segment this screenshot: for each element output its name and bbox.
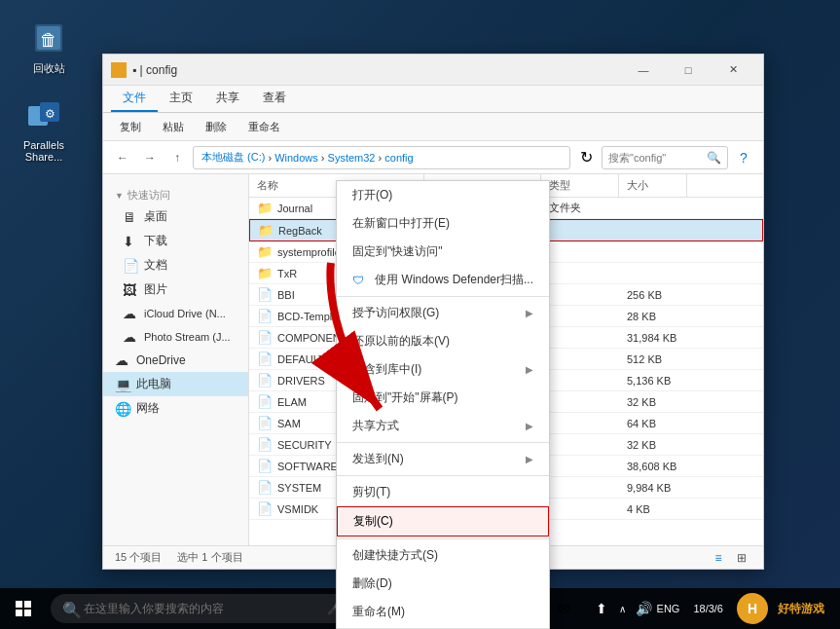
ribbon-tab-home[interactable]: 主页: [158, 86, 204, 112]
svg-rect-11: [24, 610, 31, 616]
title-bar-controls: — □ ✕: [621, 55, 755, 86]
file-size-systemprofile: [619, 249, 687, 255]
folder-icon-systemprofile: 📁: [257, 244, 273, 259]
start-button[interactable]: [0, 588, 47, 629]
ribbon-rename-btn[interactable]: 重命名: [239, 117, 289, 137]
ctx-cut[interactable]: 剪切(T): [337, 478, 549, 506]
sidebar-item-photostream[interactable]: ☁ Photo Stream (J...: [103, 325, 248, 349]
nav-back-button[interactable]: ←: [111, 146, 134, 169]
file-label-journal: Journal: [277, 203, 312, 214]
ctx-pin-quick[interactable]: 固定到"快速访问": [337, 238, 549, 266]
tray-volume-icon[interactable]: 🔊: [636, 600, 653, 617]
ribbon-paste-btn[interactable]: 粘贴: [154, 117, 193, 137]
ctx-restore[interactable]: 还原以前的版本(V): [337, 327, 549, 355]
tray-icons: ⬆ ∧ 🔊 ENG: [593, 600, 680, 617]
maximize-button[interactable]: □: [666, 55, 711, 86]
network-icon: 🌐: [115, 401, 130, 417]
title-bar-text: ▪ | config: [132, 63, 621, 77]
path-windows[interactable]: Windows: [274, 152, 318, 164]
ribbon-tab-view[interactable]: 查看: [251, 86, 298, 112]
file-type-vsmidk: [541, 506, 619, 512]
sidebar-item-desktop[interactable]: 🖥 桌面: [103, 204, 248, 229]
minimize-button[interactable]: —: [621, 55, 666, 86]
tray-network-icon[interactable]: ⬆: [593, 600, 610, 617]
help-button[interactable]: ?: [732, 146, 755, 169]
sidebar-item-pictures[interactable]: 🖼 图片: [103, 278, 248, 302]
ctx-open-new-window[interactable]: 在新窗口中打开(E): [337, 209, 549, 238]
ctx-copy-label: 复制(C): [353, 513, 393, 530]
close-button[interactable]: ✕: [711, 55, 755, 86]
quick-access-label: 快速访问: [128, 188, 170, 203]
ribbon-tab-file[interactable]: 文件: [111, 86, 158, 112]
nav-up-button[interactable]: ↑: [165, 146, 189, 169]
sidebar-network-label: 网络: [136, 400, 160, 417]
taskbar-search[interactable]: 🔍 🎤: [51, 594, 353, 623]
file-label-software: SOFTWARE: [277, 461, 338, 472]
ribbon-delete-btn[interactable]: 删除: [197, 117, 236, 137]
tray-clock[interactable]: 18/3/6: [685, 603, 731, 614]
sidebar-item-documents[interactable]: 📄 文档: [103, 253, 248, 278]
sidebar-documents-label: 文档: [144, 257, 167, 274]
tray-expand-icon[interactable]: ∧: [614, 600, 632, 617]
ribbon-tab-share[interactable]: 共享: [204, 86, 251, 112]
desktop-icon-small: 🖥: [123, 209, 138, 225]
file-label-elam: ELAM: [277, 396, 307, 408]
col-size-header[interactable]: 大小: [619, 174, 687, 197]
file-icon-drivers: 📄: [257, 373, 273, 388]
status-selected: 选中 1 个项目: [177, 550, 242, 565]
ctx-send-to[interactable]: 发送到(N) ▶: [337, 445, 549, 473]
quick-access-arrow: ▼: [115, 191, 124, 201]
ctx-create-shortcut[interactable]: 创建快捷方式(S): [337, 541, 549, 570]
file-icon-elam: 📄: [257, 394, 273, 409]
file-icon-security: 📄: [257, 437, 273, 452]
path-c-drive[interactable]: 本地磁盘 (C:): [201, 150, 265, 165]
nav-forward-button[interactable]: →: [138, 146, 162, 169]
ctx-share[interactable]: 共享方式 ▶: [337, 412, 549, 440]
file-type-default: [541, 356, 619, 362]
file-label-security: SECURITY: [277, 439, 332, 451]
documents-icon: 📄: [123, 258, 138, 274]
brand-name: 好特游戏: [778, 601, 824, 617]
folder-icon-regback: 📁: [258, 223, 274, 238]
sidebar-item-icloud[interactable]: ☁ iCloud Drive (N...: [103, 302, 248, 325]
ribbon-copy-btn[interactable]: 复制: [111, 117, 150, 137]
sidebar-item-network[interactable]: 🌐 网络: [103, 396, 248, 421]
ctx-sep1: [337, 296, 549, 297]
recycle-bin-icon[interactable]: 🗑 回收站: [15, 15, 83, 80]
ctx-copy[interactable]: 复制(C): [337, 506, 549, 536]
ctx-delete[interactable]: 删除(D): [337, 570, 549, 598]
col-type-header[interactable]: 类型: [541, 174, 619, 197]
taskbar-search-input[interactable]: [84, 602, 327, 615]
ctx-include[interactable]: 包含到库中(I) ▶: [337, 355, 549, 384]
ctx-open-new-window-label: 在新窗口中打开(E): [352, 215, 450, 232]
file-label-systemprofile: systemprofile: [277, 246, 341, 258]
svg-rect-8: [16, 601, 22, 608]
search-box[interactable]: 🔍: [602, 146, 728, 169]
parallels-share-icon[interactable]: ⚙ Parallels Share...: [10, 92, 78, 166]
ctx-rename-label: 重命名(M): [352, 604, 405, 620]
context-menu: 打开(O) 在新窗口中打开(E) 固定到"快速访问" 🛡 使用 Windows …: [336, 180, 550, 629]
taskbar-search-icon: 🔍: [62, 601, 78, 616]
sidebar-thispc-label: 此电脑: [136, 376, 171, 392]
sidebar-item-thispc[interactable]: 💻 此电脑: [103, 372, 248, 396]
file-size-txr: [619, 271, 687, 277]
view-details-button[interactable]: ≡: [709, 548, 728, 568]
path-config[interactable]: config: [384, 152, 413, 164]
ctx-open[interactable]: 打开(O): [337, 181, 549, 209]
sidebar-item-onedrive[interactable]: ☁ OneDrive: [103, 349, 248, 372]
ctx-defender[interactable]: 🛡 使用 Windows Defender扫描...: [337, 266, 549, 294]
view-tiles-button[interactable]: ⊞: [732, 548, 751, 568]
sidebar-item-downloads[interactable]: ⬇ 下载: [103, 229, 248, 253]
refresh-button[interactable]: ↻: [574, 146, 598, 169]
ctx-pin-start[interactable]: 固定到"开始"屏幕(P): [337, 384, 549, 412]
path-system32[interactable]: System32: [328, 152, 376, 164]
address-path[interactable]: 本地磁盘 (C:) › Windows › System32 › config: [193, 146, 570, 169]
ctx-grant[interactable]: 授予访问权限(G) ▶: [337, 299, 549, 327]
ctx-pin-quick-label: 固定到"快速访问": [352, 243, 443, 260]
file-type-systemprofile: [541, 249, 619, 255]
file-type-txr: [541, 271, 619, 277]
title-bar: ▪ | config — □ ✕: [103, 55, 763, 86]
search-input[interactable]: [608, 152, 707, 164]
file-label-vsmidk: VSMIDK: [277, 503, 318, 515]
ctx-rename[interactable]: 重命名(M): [337, 598, 549, 626]
